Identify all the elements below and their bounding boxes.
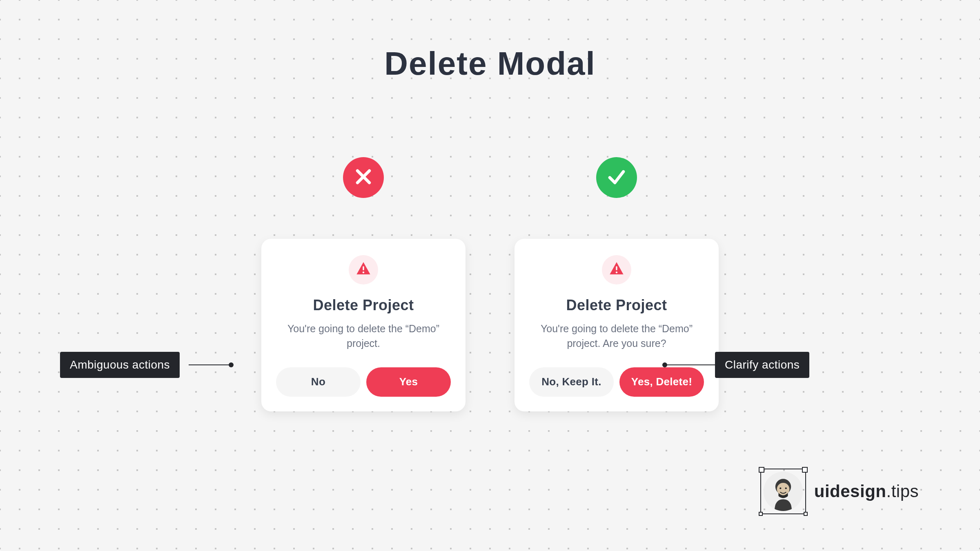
avatar <box>764 472 803 511</box>
good-callout-label: Clarify actions <box>715 352 809 378</box>
warning-icon <box>608 261 625 279</box>
avatar-frame <box>760 469 806 514</box>
x-icon <box>353 167 374 189</box>
branding: uidesign.tips <box>760 469 919 514</box>
good-example-column: Delete Project You're going to delete th… <box>514 157 719 411</box>
bad-indicator-circle <box>343 157 384 198</box>
bad-modal-body: You're going to delete the “Demo” projec… <box>286 321 441 351</box>
svg-point-10 <box>785 487 786 489</box>
bad-button-row: No Yes <box>276 367 451 397</box>
bad-modal-card: Delete Project You're going to delete th… <box>261 239 466 411</box>
bad-example-column: Delete Project You're going to delete th… <box>261 157 466 411</box>
good-modal-title: Delete Project <box>566 297 667 314</box>
svg-point-9 <box>780 487 781 489</box>
examples-row: Delete Project You're going to delete th… <box>261 157 719 411</box>
svg-point-5 <box>616 271 617 273</box>
good-modal-card: Delete Project You're going to delete th… <box>514 239 719 411</box>
bad-callout-connector <box>189 364 231 365</box>
page-title: Delete Modal <box>384 45 595 82</box>
check-icon <box>606 167 627 189</box>
brand-name-bold: uidesign <box>814 482 886 501</box>
bad-no-button[interactable]: No <box>276 367 361 397</box>
good-keep-button[interactable]: No, Keep It. <box>529 367 614 397</box>
svg-rect-4 <box>616 266 617 270</box>
brand-name-light: .tips <box>886 482 919 501</box>
good-button-row: No, Keep It. Yes, Delete! <box>529 367 704 397</box>
warning-icon-bg <box>602 255 631 284</box>
bad-modal-title: Delete Project <box>313 297 414 314</box>
bad-callout-label: Ambiguous actions <box>60 352 180 378</box>
good-callout-connector <box>665 364 715 365</box>
good-indicator-circle <box>596 157 637 198</box>
svg-rect-2 <box>363 266 364 270</box>
good-delete-button[interactable]: Yes, Delete! <box>619 367 704 397</box>
brand-text: uidesign.tips <box>814 482 919 501</box>
svg-point-3 <box>363 271 364 273</box>
warning-icon <box>355 261 372 279</box>
good-modal-body: You're going to delete the “Demo” projec… <box>539 321 694 351</box>
bad-yes-button[interactable]: Yes <box>366 367 451 397</box>
warning-icon-bg <box>349 255 378 284</box>
